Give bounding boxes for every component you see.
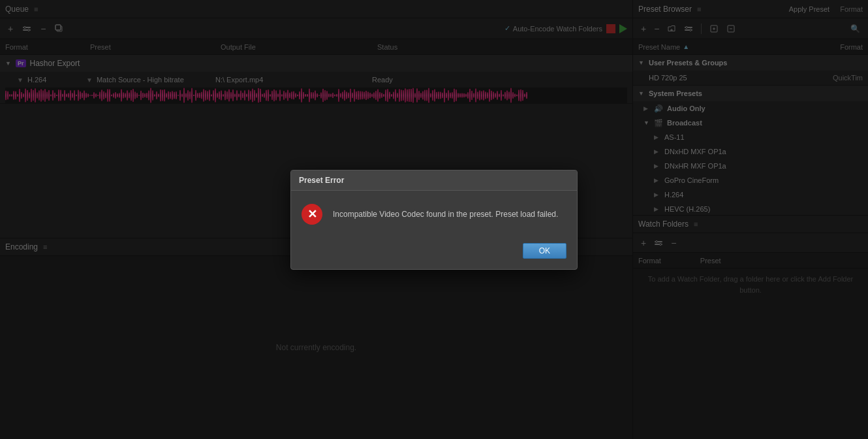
dialog-ok-button[interactable]: OK	[523, 243, 566, 259]
dialog-title: Preset Error	[299, 176, 344, 185]
preset-error-dialog: Preset Error ✕ Incompatible Video Codec …	[290, 170, 578, 270]
dialog-body: ✕ Incompatible Video Codec found in the …	[291, 191, 577, 238]
dialog-footer: OK	[291, 238, 577, 269]
error-icon: ✕	[302, 204, 322, 225]
dialog-message: Incompatible Video Codec found in the pr…	[333, 208, 558, 220]
dialog-overlay: Preset Error ✕ Incompatible Video Codec …	[0, 0, 868, 439]
dialog-title-bar: Preset Error	[291, 171, 577, 191]
